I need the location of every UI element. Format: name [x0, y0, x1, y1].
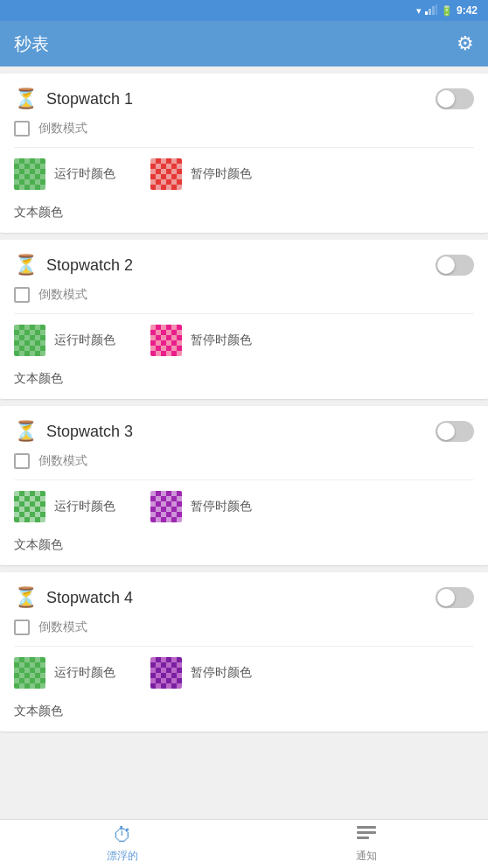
run-color-label-4: 运行时颜色 [54, 665, 115, 681]
pause-color-swatch-2 [150, 325, 182, 356]
svg-rect-5 [357, 831, 376, 834]
countdown-label-2: 倒数模式 [38, 287, 87, 303]
run-color-item-4[interactable]: 运行时颜色 [14, 657, 115, 689]
floating-nav-icon: ⏱ [113, 824, 132, 847]
app-title: 秒表 [14, 32, 49, 56]
signal-icon [425, 4, 437, 17]
floating-nav-label: 漂浮的 [107, 849, 138, 864]
countdown-checkbox-3[interactable] [14, 453, 30, 469]
notification-nav-icon [357, 824, 376, 847]
toggle-2[interactable] [436, 255, 474, 276]
settings-icon[interactable]: ⚙ [457, 32, 474, 55]
card-header-1: ⏳ Stopwatch 1 [0, 74, 488, 117]
pause-color-label-4: 暂停时颜色 [191, 665, 252, 681]
main-content: ⏳ Stopwatch 1 倒数模式 运行时颜色 暂停时颜色 文 [0, 66, 488, 819]
color-section-2: 运行时颜色 暂停时颜色 [0, 314, 488, 370]
status-bar: ▾ 🔋 9:42 [0, 0, 488, 21]
pause-color-item-2[interactable]: 暂停时颜色 [150, 325, 252, 356]
notification-nav-label: 通知 [356, 849, 377, 864]
text-color-row-1: 文本颜色 [0, 204, 488, 233]
checkbox-row-2: 倒数模式 [0, 284, 488, 313]
card-header-2: ⏳ Stopwatch 2 [0, 240, 488, 284]
card-title-3: Stopwatch 3 [46, 423, 133, 441]
stopwatch-icon-1: ⏳ [14, 88, 38, 110]
stopwatch-icon-4: ⏳ [14, 586, 38, 609]
pause-color-label-3: 暂停时颜色 [191, 499, 252, 514]
card-header-4: ⏳ Stopwatch 4 [0, 572, 488, 616]
text-color-row-2: 文本颜色 [0, 370, 488, 399]
checkbox-row-3: 倒数模式 [0, 450, 488, 480]
countdown-label-4: 倒数模式 [38, 620, 87, 635]
countdown-checkbox-4[interactable] [14, 620, 30, 635]
countdown-checkbox-2[interactable] [14, 287, 30, 303]
card-title-row-1: ⏳ Stopwatch 1 [14, 88, 133, 110]
run-color-swatch-2 [14, 325, 45, 356]
text-color-label-2[interactable]: 文本颜色 [14, 371, 63, 385]
text-color-row-4: 文本颜色 [0, 703, 488, 732]
status-icons: ▾ 🔋 9:42 [416, 4, 478, 17]
color-section-3: 运行时颜色 暂停时颜色 [0, 480, 488, 536]
toggle-3[interactable] [436, 421, 474, 442]
card-title-row-2: ⏳ Stopwatch 2 [14, 254, 133, 276]
stopwatch-card-3: ⏳ Stopwatch 3 倒数模式 运行时颜色 暂停时颜色 文 [0, 406, 488, 565]
card-header-3: ⏳ Stopwatch 3 [0, 406, 488, 450]
run-color-label-3: 运行时颜色 [54, 499, 115, 514]
svg-rect-1 [429, 9, 431, 15]
color-row-3: 运行时颜色 暂停时颜色 [14, 491, 474, 522]
pause-color-label-1: 暂停时颜色 [191, 166, 252, 182]
countdown-checkbox-1[interactable] [14, 121, 30, 136]
card-title-row-4: ⏳ Stopwatch 4 [14, 586, 133, 609]
stopwatch-card-4: ⏳ Stopwatch 4 倒数模式 运行时颜色 暂停时颜色 文 [0, 572, 488, 732]
stopwatch-icon-2: ⏳ [14, 254, 38, 276]
color-row-4: 运行时颜色 暂停时颜色 [14, 657, 474, 689]
pause-color-label-2: 暂停时颜色 [191, 332, 252, 348]
bottom-nav: ⏱ 漂浮的 通知 [0, 819, 488, 868]
checkbox-row-4: 倒数模式 [0, 616, 488, 646]
pause-color-swatch-4 [150, 657, 182, 689]
status-time: 9:42 [457, 4, 478, 17]
text-color-label-1[interactable]: 文本颜色 [14, 205, 63, 219]
text-color-row-3: 文本颜色 [0, 536, 488, 565]
card-title-row-3: ⏳ Stopwatch 3 [14, 420, 133, 443]
run-color-swatch-1 [14, 158, 45, 190]
run-color-label-1: 运行时颜色 [54, 166, 115, 182]
pause-color-item-4[interactable]: 暂停时颜色 [150, 657, 252, 689]
app-header: 秒表 ⚙ [0, 21, 488, 66]
color-section-1: 运行时颜色 暂停时颜色 [0, 148, 488, 204]
countdown-label-3: 倒数模式 [38, 453, 87, 469]
text-color-label-4[interactable]: 文本颜色 [14, 704, 63, 718]
run-color-item-2[interactable]: 运行时颜色 [14, 325, 115, 356]
pause-color-swatch-3 [150, 491, 182, 522]
run-color-item-1[interactable]: 运行时颜色 [14, 158, 115, 190]
wifi-icon: ▾ [416, 5, 422, 17]
stopwatch-card-1: ⏳ Stopwatch 1 倒数模式 运行时颜色 暂停时颜色 文 [0, 74, 488, 233]
svg-rect-2 [432, 6, 435, 15]
toggle-1[interactable] [436, 88, 474, 109]
card-title-2: Stopwatch 2 [46, 256, 133, 275]
svg-rect-4 [357, 826, 376, 829]
stopwatch-icon-3: ⏳ [14, 420, 38, 443]
color-section-4: 运行时颜色 暂停时颜色 [0, 647, 488, 703]
nav-item-floating[interactable]: ⏱ 漂浮的 [0, 820, 244, 868]
toggle-4[interactable] [436, 587, 474, 608]
nav-item-notification[interactable]: 通知 [244, 820, 488, 868]
battery-icon: 🔋 [441, 5, 453, 17]
svg-rect-0 [425, 11, 428, 15]
stopwatch-card-2: ⏳ Stopwatch 2 倒数模式 运行时颜色 暂停时颜色 文 [0, 240, 488, 399]
countdown-label-1: 倒数模式 [38, 121, 87, 136]
card-title-1: Stopwatch 1 [46, 90, 133, 108]
checkbox-row-1: 倒数模式 [0, 117, 488, 147]
run-color-item-3[interactable]: 运行时颜色 [14, 491, 115, 522]
svg-rect-3 [436, 4, 437, 15]
color-row-1: 运行时颜色 暂停时颜色 [14, 158, 474, 190]
svg-rect-6 [357, 836, 369, 839]
text-color-label-3[interactable]: 文本颜色 [14, 537, 63, 551]
run-color-label-2: 运行时颜色 [54, 332, 115, 348]
run-color-swatch-4 [14, 657, 45, 689]
pause-color-item-3[interactable]: 暂停时颜色 [150, 491, 252, 522]
card-title-4: Stopwatch 4 [46, 589, 133, 607]
color-row-2: 运行时颜色 暂停时颜色 [14, 325, 474, 356]
pause-color-swatch-1 [150, 158, 182, 190]
run-color-swatch-3 [14, 491, 45, 522]
pause-color-item-1[interactable]: 暂停时颜色 [150, 158, 252, 190]
